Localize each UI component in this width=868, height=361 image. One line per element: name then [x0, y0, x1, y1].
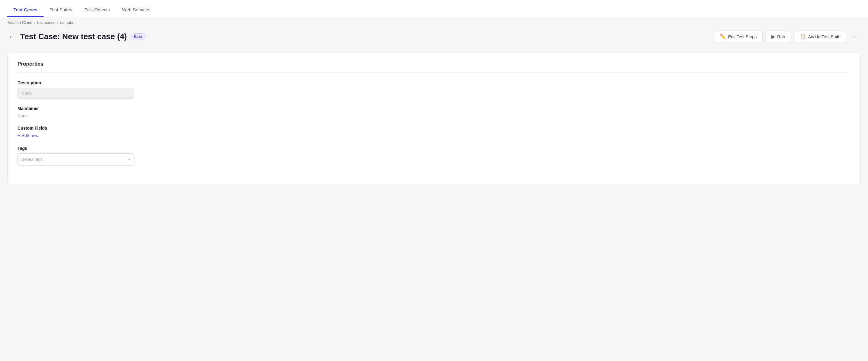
breadcrumb-sample[interactable]: sample [60, 20, 73, 25]
add-new-custom-field-button[interactable]: + Add new [18, 133, 38, 138]
add-suite-icon: 📋 [800, 34, 806, 39]
properties-card: Properties Description None Maintainer N… [7, 52, 861, 184]
edit-icon: ✏️ [720, 34, 726, 39]
plus-icon: + [18, 133, 20, 138]
tab-test-cases[interactable]: Test Cases [7, 3, 43, 17]
maintainer-section: Maintainer None [18, 106, 850, 118]
edit-test-steps-button[interactable]: ✏️ Edit Test Steps [714, 31, 763, 42]
properties-title: Properties [18, 61, 850, 67]
tab-test-objects[interactable]: Test Objects [78, 3, 116, 17]
play-icon: ▶ [771, 34, 775, 39]
description-label: Description [18, 80, 850, 85]
maintainer-label: Maintainer [18, 106, 850, 111]
description-section: Description None [18, 80, 850, 99]
chevron-down-icon: ▾ [128, 157, 130, 162]
maintainer-value: None [18, 113, 850, 118]
breadcrumb-sep-2: / [57, 20, 59, 25]
main-content: Properties Description None Maintainer N… [0, 47, 868, 189]
card-divider [18, 73, 850, 73]
tags-label: Tags [18, 146, 850, 151]
back-button[interactable]: ← [7, 32, 17, 41]
more-options-button[interactable]: ··· [849, 31, 861, 42]
breadcrumb-sep-1: / [34, 20, 36, 25]
page-title: Test Case: New test case (4) [20, 32, 127, 41]
add-to-test-suite-button[interactable]: 📋 Add to Test Suite [794, 31, 846, 42]
tab-web-services[interactable]: Web Services [116, 3, 156, 17]
custom-fields-section: Custom Fields + Add new [18, 126, 850, 138]
breadcrumb-test-cases[interactable]: test-cases [37, 20, 55, 25]
page-header-left: ← Test Case: New test case (4) Beta [7, 32, 145, 41]
breadcrumb: Katalon Cloud / test-cases / sample [0, 17, 868, 28]
custom-fields-label: Custom Fields [18, 126, 850, 131]
page-header: ← Test Case: New test case (4) Beta ✏️ E… [0, 28, 868, 47]
description-input[interactable]: None [18, 88, 134, 99]
tab-test-suites[interactable]: Test Suites [43, 3, 78, 17]
breadcrumb-katalon-cloud[interactable]: Katalon Cloud [7, 20, 32, 25]
beta-badge: Beta [131, 33, 145, 40]
tags-select[interactable]: Select tags ▾ [18, 153, 134, 165]
tags-section: Tags Select tags ▾ [18, 146, 850, 165]
run-button[interactable]: ▶ Run [766, 31, 791, 42]
page-header-right: ✏️ Edit Test Steps ▶ Run 📋 Add to Test S… [714, 31, 861, 42]
top-navigation: Test Cases Test Suites Test Objects Web … [0, 0, 868, 17]
